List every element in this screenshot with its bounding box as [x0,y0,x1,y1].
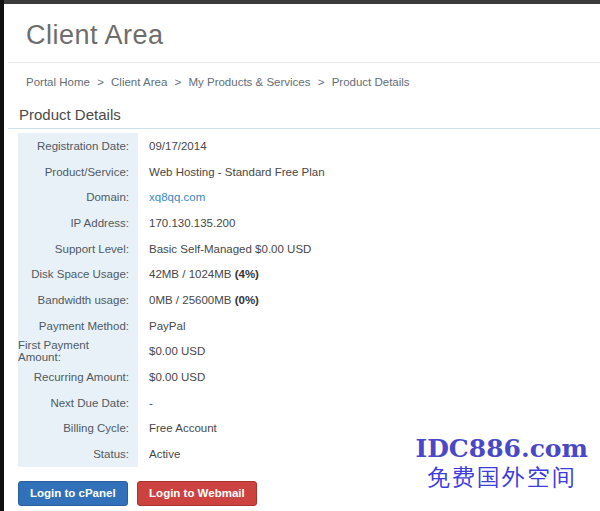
row-value-text: 42MB / 1024MB [149,268,235,280]
row-value-text: 170.130.135.200 [149,217,235,229]
row-value-text: $0.00 USD [149,345,205,357]
row-label: Bandwidth usage: [18,287,138,313]
status-value: Active [149,448,180,460]
row-label: Status: [18,441,138,467]
row-value: 42MB / 1024MB (4%) [138,268,259,280]
breadcrumb-separator: > [97,76,104,88]
row-value-text: $0.00 USD [149,371,205,383]
login-to-cpanel-button[interactable]: Login to cPanel [18,481,128,506]
row-value-text: Free Account [149,422,217,434]
section-title: Product Details [19,106,121,123]
page-title: Client Area [26,20,164,51]
row-label: Product/Service: [18,159,138,185]
row-value: 09/17/2014 [138,140,207,152]
left-border-bar [0,0,4,511]
row-label: Domain: [18,184,138,210]
table-row-registration-date: Registration Date: 09/17/2014 [18,133,600,159]
row-label: Next Due Date: [18,390,138,416]
table-row-billing-cycle: Billing Cycle: Free Account [18,416,600,442]
row-value-text: PayPal [149,320,185,332]
product-details-table: Registration Date: 09/17/2014 Product/Se… [18,133,600,467]
row-value: $0.00 USD [138,371,205,383]
row-label: Payment Method: [18,313,138,339]
row-value-text: 09/17/2014 [149,140,207,152]
breadcrumb-my-products-services[interactable]: My Products & Services [188,76,310,88]
row-value: 0MB / 25600MB (0%) [138,294,259,306]
top-border-bar [0,0,600,4]
row-label: Registration Date: [18,133,138,159]
row-value-text: Web Hosting - Standard Free Plan [149,166,325,178]
row-label: Recurring Amount: [18,364,138,390]
row-label: Disk Space Usage: [18,261,138,287]
row-value: Active [138,448,180,460]
breadcrumb-separator: > [175,76,182,88]
table-row-product-service: Product/Service: Web Hosting - Standard … [18,159,600,185]
breadcrumb-client-area[interactable]: Client Area [111,76,167,88]
row-label: Billing Cycle: [18,416,138,442]
row-value-text: Basic Self-Managed $0.00 USD [149,243,311,255]
row-value-text: 0MB / 25600MB [149,294,235,306]
row-value: - [138,397,153,409]
action-buttons: Login to cPanel Login to Webmail [18,481,257,506]
row-label: IP Address: [18,210,138,236]
table-row-recurring-amount: Recurring Amount: $0.00 USD [18,364,600,390]
header-divider [8,62,600,63]
table-row-next-due-date: Next Due Date: - [18,390,600,416]
table-row-disk-space-usage: Disk Space Usage: 42MB / 1024MB (4%) [18,261,600,287]
row-value: PayPal [138,320,185,332]
row-value-text: - [149,397,153,409]
breadcrumb: Portal Home > Client Area > My Products … [26,76,590,88]
breadcrumb-product-details: Product Details [332,76,410,88]
row-value: xq8qq.com [138,191,205,203]
usage-percent: (4%) [235,268,259,280]
breadcrumb-portal-home[interactable]: Portal Home [26,76,90,88]
row-value: $0.00 USD [138,345,205,357]
domain-link[interactable]: xq8qq.com [149,191,205,203]
table-row-domain: Domain: xq8qq.com [18,184,600,210]
usage-percent: (0%) [235,294,259,306]
table-row-payment-method: Payment Method: PayPal [18,313,600,339]
table-row-status: Status: Active [18,441,600,467]
table-row-ip-address: IP Address: 170.130.135.200 [18,210,600,236]
row-value: 170.130.135.200 [138,217,235,229]
section-underline [8,128,600,129]
row-value: Basic Self-Managed $0.00 USD [138,243,311,255]
row-label: Support Level: [18,236,138,262]
breadcrumb-separator: > [318,76,325,88]
login-to-webmail-button[interactable]: Login to Webmail [137,481,257,506]
row-label: First Payment Amount: [18,339,138,365]
table-row-bandwidth-usage: Bandwidth usage: 0MB / 25600MB (0%) [18,287,600,313]
table-row-support-level: Support Level: Basic Self-Managed $0.00 … [18,236,600,262]
row-value: Free Account [138,422,217,434]
row-value: Web Hosting - Standard Free Plan [138,166,325,178]
table-row-first-payment-amount: First Payment Amount: $0.00 USD [18,339,600,365]
